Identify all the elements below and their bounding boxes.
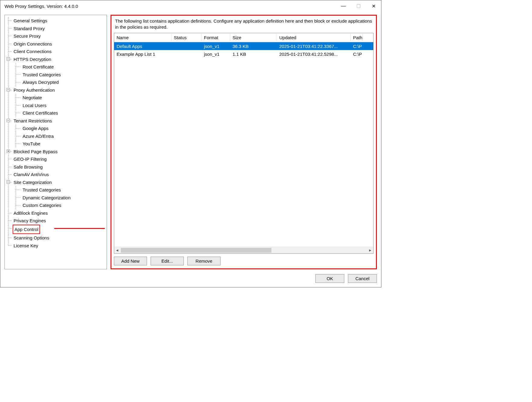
tree-item-origin-connections[interactable]: Origin Connections <box>6 40 105 48</box>
tree-item-adblock[interactable]: AdBlock Engines <box>6 209 105 217</box>
cell-updated: 2025-01-21T03:41:22.3367... <box>277 43 351 49</box>
tree-item-safe-browsing[interactable]: Safe Browsing <box>6 163 105 171</box>
annotation-line <box>54 228 105 229</box>
tree-item-azure-ad[interactable]: Azure AD/Entra <box>13 132 105 140</box>
tree-item-root-certificate[interactable]: Root Certificate <box>13 63 105 71</box>
app-list: Name Status Format Size Updated Path Def… <box>114 33 374 254</box>
tree-item-scanning-options[interactable]: Scanning Options <box>6 234 105 242</box>
cell-updated: 2025-01-21T03:41:22.5298... <box>277 51 351 57</box>
tree-item-license-key[interactable]: License Key <box>6 242 105 250</box>
tree-item-local-users[interactable]: Local Users <box>13 102 105 109</box>
cell-path: C:\P <box>351 43 363 49</box>
tree-item-selected-label: App Control <box>13 225 40 234</box>
titlebar: Web Proxy Settings. Version: 4.4.0.0 — ☐… <box>0 0 381 12</box>
cell-name: Default Apps <box>114 43 171 49</box>
edit-button[interactable]: Edit... <box>151 257 184 265</box>
settings-window: Web Proxy Settings. Version: 4.4.0.0 — ☐… <box>0 0 381 287</box>
col-status[interactable]: Status <box>171 34 202 41</box>
collapse-icon[interactable]: − <box>7 119 10 122</box>
horizontal-scrollbar[interactable]: ◄ ► <box>114 247 373 253</box>
add-new-button[interactable]: Add New <box>114 257 147 265</box>
tree-item-client-certificates[interactable]: Client Certificates <box>13 109 105 117</box>
tree-item-proxy-authentication[interactable]: − Proxy Authentication Negotiate Local U… <box>6 86 105 117</box>
cell-status <box>171 46 202 47</box>
tree-item-negotiate[interactable]: Negotiate <box>13 94 105 102</box>
close-icon: ✕ <box>372 3 376 9</box>
tree-item-general-settings[interactable]: General Settings <box>6 17 105 25</box>
client-area: General Settings Standard Proxy Secure P… <box>0 12 381 287</box>
maximize-icon: ☐ <box>356 3 361 9</box>
tree-item-custom-categories[interactable]: Custom Categories <box>13 201 105 209</box>
tree-item-client-connections[interactable]: Client Connections <box>6 48 105 55</box>
tree-item-standard-proxy[interactable]: Standard Proxy <box>6 25 105 33</box>
maximize-button[interactable]: ☐ <box>351 0 366 12</box>
action-buttons: Add New Edit... Remove <box>114 254 374 265</box>
panel-description: The following list contains application … <box>114 17 374 33</box>
main-area: General Settings Standard Proxy Secure P… <box>5 15 377 269</box>
nav-tree-panel: General Settings Standard Proxy Secure P… <box>5 15 107 269</box>
remove-button[interactable]: Remove <box>187 257 221 265</box>
collapse-icon[interactable]: − <box>7 180 10 184</box>
list-row[interactable]: Example App List 1 json_v1 1.1 KB 2025-0… <box>114 50 373 58</box>
cell-path: C:\P <box>351 51 363 57</box>
tree-item-google-apps[interactable]: Google Apps <box>13 125 105 132</box>
tree-item-clamav[interactable]: ClamAV AntiVirus <box>6 171 105 179</box>
expand-icon[interactable]: + <box>7 150 10 153</box>
tree-item-https-decryption[interactable]: − HTTPS Decryption Root Certificate Trus… <box>6 55 105 86</box>
col-path[interactable]: Path <box>351 34 363 41</box>
tree-item-trusted-categories-2[interactable]: Trusted Categories <box>13 186 105 194</box>
tree-item-privacy[interactable]: Privacy Engines <box>6 217 105 225</box>
col-updated[interactable]: Updated <box>277 34 351 41</box>
minimize-button[interactable]: — <box>336 0 351 12</box>
cell-format: json_v1 <box>202 43 230 49</box>
tree-item-youtube[interactable]: YouTube <box>13 140 105 148</box>
window-title: Web Proxy Settings. Version: 4.4.0.0 <box>5 4 336 9</box>
list-row[interactable]: Default Apps json_v1 36.3 KB 2025-01-21T… <box>114 42 373 50</box>
scroll-right-icon[interactable]: ► <box>367 248 373 252</box>
collapse-icon[interactable]: − <box>7 57 10 61</box>
tree-item-site-categorization[interactable]: − Site Categorization Trusted Categories… <box>6 179 105 209</box>
col-size[interactable]: Size <box>230 34 277 41</box>
nav-tree: General Settings Standard Proxy Secure P… <box>6 17 105 249</box>
tree-item-dynamic-categorization[interactable]: Dynamic Categorization <box>13 194 105 202</box>
scroll-thumb[interactable] <box>121 248 271 253</box>
tree-item-app-control[interactable]: App Control <box>6 225 105 234</box>
tree-item-tenant-restrictions[interactable]: − Tenant Restrictions Google Apps Azure … <box>6 117 105 148</box>
tree-item-trusted-categories[interactable]: Trusted Categories <box>13 71 105 79</box>
tree-item-always-decrypted[interactable]: Always Decrypted <box>13 78 105 86</box>
col-name[interactable]: Name <box>114 34 171 41</box>
col-format[interactable]: Format <box>202 34 230 41</box>
cell-size: 36.3 KB <box>230 43 277 49</box>
dialog-buttons: OK Cancel <box>5 272 377 283</box>
ok-button[interactable]: OK <box>315 274 344 283</box>
list-header: Name Status Format Size Updated Path <box>114 33 373 42</box>
minimize-icon: — <box>341 3 346 9</box>
scroll-left-icon[interactable]: ◄ <box>114 248 120 252</box>
list-body: Default Apps json_v1 36.3 KB 2025-01-21T… <box>114 42 373 247</box>
cell-size: 1.1 KB <box>230 51 277 57</box>
cancel-button[interactable]: Cancel <box>348 274 377 283</box>
close-button[interactable]: ✕ <box>366 0 381 12</box>
cell-name: Example App List 1 <box>114 51 171 57</box>
cell-format: json_v1 <box>202 51 230 57</box>
content-panel: The following list contains application … <box>111 15 377 269</box>
cell-status <box>171 53 202 55</box>
tree-item-secure-proxy[interactable]: Secure Proxy <box>6 32 105 40</box>
tree-item-geoip[interactable]: GEO-IP Filtering <box>6 155 105 163</box>
tree-item-blocked-page-bypass[interactable]: + Blocked Page Bypass <box>6 148 105 156</box>
collapse-icon[interactable]: − <box>7 88 10 91</box>
